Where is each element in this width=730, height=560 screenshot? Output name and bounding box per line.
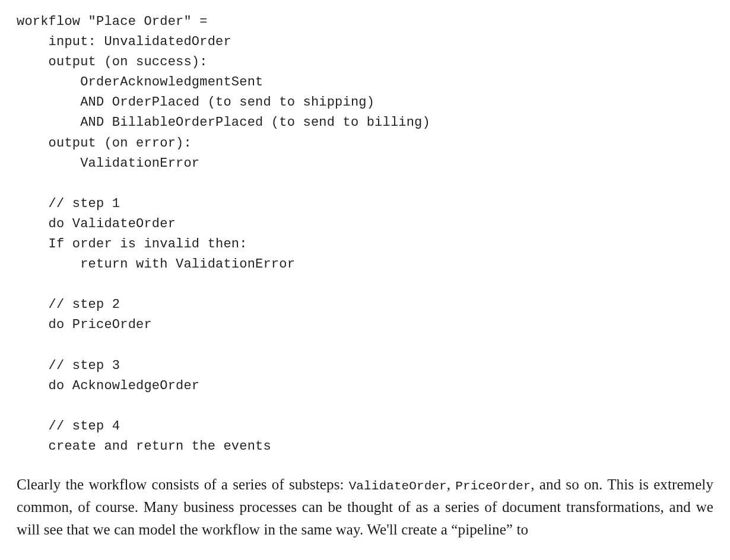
prose-text: , xyxy=(447,476,456,492)
inline-code: ValidateOrder xyxy=(349,479,447,493)
code-line: do AcknowledgeOrder xyxy=(17,378,199,393)
code-line: do ValidateOrder xyxy=(17,217,176,231)
code-line: return with ValidationError xyxy=(17,257,295,272)
code-line: input: UnvalidatedOrder xyxy=(17,34,231,49)
code-line: // step 1 xyxy=(17,196,120,211)
code-line: AND BillableOrderPlaced (to send to bill… xyxy=(17,115,430,130)
code-line: output (on success): xyxy=(17,55,208,69)
code-line: output (on error): xyxy=(17,136,192,151)
code-block: workflow "Place Order" = input: Unvalida… xyxy=(17,12,713,457)
prose-text: Clearly the workflow consists of a serie… xyxy=(17,476,349,492)
code-line: ValidationError xyxy=(17,156,199,171)
code-line: workflow "Place Order" = xyxy=(17,14,208,29)
body-paragraph: Clearly the workflow consists of a serie… xyxy=(17,473,713,541)
code-line: create and return the events xyxy=(17,439,271,454)
code-line: // step 4 xyxy=(17,419,120,434)
code-line: OrderAcknowledgmentSent xyxy=(17,75,263,90)
code-line: AND OrderPlaced (to send to shipping) xyxy=(17,95,374,110)
inline-code: PriceOrder xyxy=(455,479,531,493)
code-line: do PriceOrder xyxy=(17,317,152,332)
code-line: // step 2 xyxy=(17,297,120,312)
code-line: If order is invalid then: xyxy=(17,237,247,252)
code-line: // step 3 xyxy=(17,358,120,373)
